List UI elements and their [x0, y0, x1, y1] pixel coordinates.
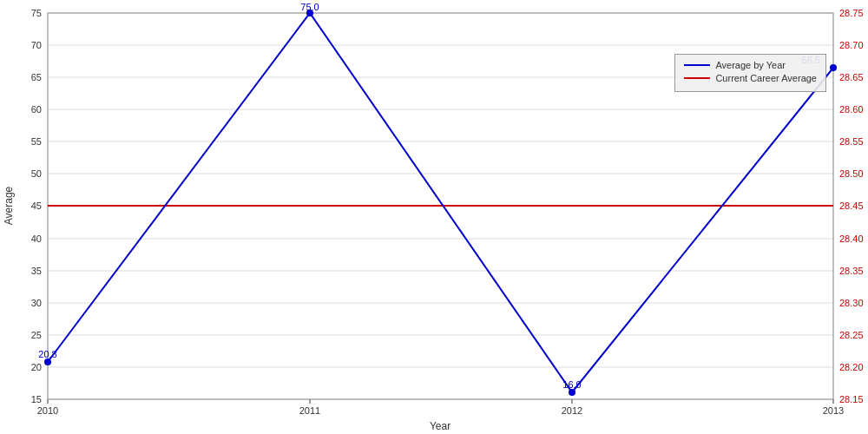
data-label-2011: 75.0: [300, 2, 319, 12]
legend-label-average-by-year: Average by Year: [715, 60, 786, 70]
legend-item-career-average: Current Career Average: [684, 73, 817, 83]
y-right-label-2865: 28.65: [839, 72, 864, 82]
data-point-2012: [569, 389, 575, 396]
legend-label-career-average: Current Career Average: [715, 73, 817, 83]
y-right-label-2845: 28.45: [839, 201, 864, 211]
y-axis-label-65: 65: [31, 72, 42, 82]
y-axis-label-30: 30: [31, 298, 42, 308]
y-axis-label-50: 50: [31, 168, 42, 179]
y-right-label-2820: 28.20: [839, 362, 864, 372]
y-right-label-2815: 28.15: [839, 394, 864, 404]
y-right-label-2840: 28.40: [839, 233, 864, 244]
y-axis-label-15: 15: [31, 394, 42, 404]
y-axis-label-35: 35: [31, 266, 42, 276]
x-tick-2012: 2012: [562, 405, 582, 416]
y-axis-label-55: 55: [31, 136, 42, 147]
y-axis-label-20: 20: [31, 362, 42, 372]
y-axis-label-25: 25: [31, 330, 42, 340]
data-point-2013: [830, 64, 837, 71]
y-axis-label-45: 45: [31, 201, 42, 211]
legend-line-blue: [684, 64, 710, 66]
data-label-2010: 20.8: [38, 349, 56, 359]
y-right-label-2830: 28.30: [839, 298, 864, 308]
legend-line-red: [684, 77, 710, 79]
legend-item-average-by-year: Average by Year: [684, 60, 817, 70]
x-tick-2011: 2011: [299, 405, 320, 416]
y-axis-label-60: 60: [31, 104, 42, 115]
y-right-label-2870: 28.70: [839, 40, 864, 50]
y-right-label-2860: 28.60: [839, 104, 864, 115]
y-right-label-2825: 28.25: [839, 330, 864, 340]
y-axis-title: Average: [3, 186, 15, 225]
y-axis-label-75: 75: [31, 8, 42, 18]
data-point-2010: [44, 358, 51, 365]
y-right-label-2850: 28.50: [839, 168, 864, 179]
x-tick-2010: 2010: [37, 405, 58, 416]
legend-box: Average by Year Current Career Average: [674, 54, 826, 92]
y-axis-label-40: 40: [31, 233, 42, 244]
x-tick-2013: 2013: [823, 405, 844, 416]
data-label-2012: 16.0: [562, 379, 581, 390]
y-right-label-2855: 28.55: [839, 136, 864, 147]
y-right-label-2835: 28.35: [839, 266, 864, 276]
chart-container: 75 70 65 60 55 50 45 40 35 30 25 20 15 A…: [0, 0, 868, 434]
x-axis-title: Year: [430, 420, 450, 432]
y-right-label-2875: 28.75: [839, 8, 864, 18]
y-axis-label-70: 70: [31, 40, 42, 50]
